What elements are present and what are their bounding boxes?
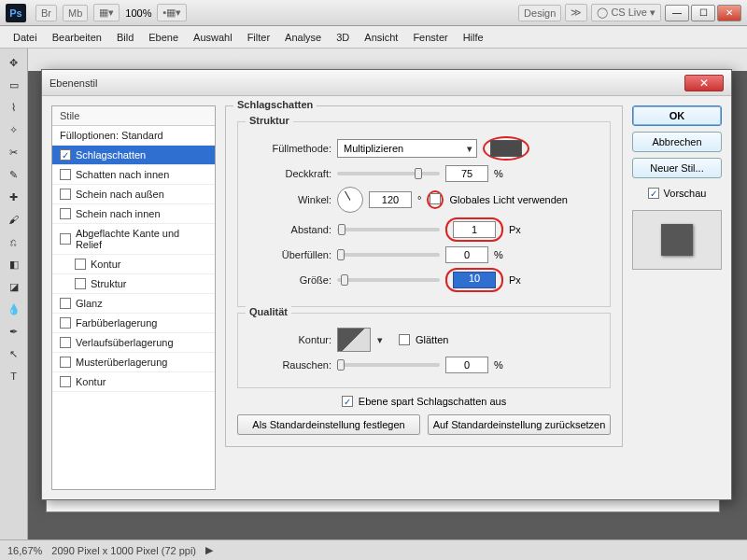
menu-item[interactable]: Bearbeiten [52,32,102,43]
menu-item[interactable]: Datei [13,32,37,43]
minibridge-button[interactable]: Mb [63,5,88,21]
stamp-tool-icon[interactable]: ⎌ [3,231,25,252]
style-row[interactable]: Kontur [52,255,215,274]
menu-item[interactable]: Ebene [148,32,178,43]
style-checkbox[interactable] [60,208,71,219]
style-row[interactable]: Musterüberlagerung [52,353,215,372]
style-row[interactable]: Struktur [52,274,215,294]
antialias-label: Glätten [416,334,448,345]
maximize-button[interactable]: ☐ [691,5,715,21]
dialog-close-button[interactable]: ✕ [684,75,724,91]
dialog-titlebar[interactable]: Ebenenstil ✕ [42,70,731,96]
menu-item[interactable]: Analyse [285,32,321,43]
make-default-button[interactable]: Als Standardeinstellung festlegen [237,414,420,435]
status-arrow-icon[interactable]: ▶ [205,544,213,556]
pct-unit: % [494,359,503,371]
style-checkbox[interactable] [60,233,71,245]
size-input[interactable]: 10 [453,272,496,288]
angle-label: Winkel: [249,194,331,205]
style-label: Farbüberlagerung [76,317,157,329]
style-row[interactable]: Schlagschatten [52,146,215,165]
style-row[interactable]: Farbüberlagerung [52,314,215,333]
style-checkbox[interactable] [60,357,71,368]
opacity-slider[interactable] [337,172,440,175]
distance-slider[interactable] [337,228,440,231]
menu-item[interactable]: Filter [247,32,270,43]
style-checkbox[interactable] [60,317,71,329]
cslive-button[interactable]: ◯ CS Live ▾ [591,4,661,21]
style-checkbox[interactable] [60,337,71,348]
pen-tool-icon[interactable]: ✒ [3,321,25,342]
tools-panel: ✥ ▭ ⌇ ✧ ✂ ✎ ✚ 🖌 ⎌ ◧ ◪ 💧 ✒ ↖ T [0,49,28,539]
blur-tool-icon[interactable]: 💧 [3,299,25,319]
style-row[interactable]: Schatten nach innen [52,165,215,185]
type-tool-icon[interactable]: T [3,366,25,386]
spread-label: Überfüllen: [249,249,331,260]
reset-default-button[interactable]: Auf Standardeinstellung zurücksetzen [428,414,611,435]
style-label: Abgeflachte Kante und Relief [76,228,207,250]
blend-mode-select[interactable]: Multiplizieren [337,139,477,158]
menu-item[interactable]: Ansicht [364,32,398,43]
move-tool-icon[interactable]: ✥ [3,52,25,73]
style-row[interactable]: Glanz [52,294,215,314]
size-slider[interactable] [337,278,440,282]
toolbar-extra[interactable]: ▪▦▾ [157,4,187,21]
style-checkbox[interactable] [60,298,71,309]
global-light-checkbox[interactable] [430,193,441,204]
noise-slider[interactable] [337,363,440,367]
new-style-button[interactable]: Neuer Stil... [632,158,722,178]
crop-tool-icon[interactable]: ✂ [3,142,25,162]
antialias-checkbox[interactable] [399,334,410,345]
menu-item[interactable]: Bild [117,32,134,43]
heal-tool-icon[interactable]: ✚ [3,187,25,207]
spread-input[interactable] [445,246,488,263]
contour-picker[interactable] [337,328,371,352]
angle-input[interactable] [369,191,412,208]
style-row[interactable]: Abgeflachte Kante und Relief [52,224,215,255]
view-mode-button[interactable]: ▦▾ [93,4,120,21]
bridge-button[interactable]: Br [35,5,57,21]
spread-slider[interactable] [337,253,440,257]
workspace-design[interactable]: Design [518,5,561,21]
style-checkbox[interactable] [60,189,71,200]
style-checkbox[interactable] [60,376,71,387]
eyedropper-tool-icon[interactable]: ✎ [3,164,25,185]
style-checkbox[interactable] [60,149,71,161]
style-checkbox[interactable] [75,259,86,270]
menu-item[interactable]: 3D [336,32,349,43]
style-label: Kontur [91,259,120,270]
eraser-tool-icon[interactable]: ◧ [3,254,25,274]
style-row[interactable]: Verlaufsüberlagerung [52,333,215,353]
menu-item[interactable]: Auswahl [193,32,233,43]
wand-tool-icon[interactable]: ✧ [3,119,25,140]
minimize-button[interactable]: — [665,5,689,21]
workspace-expand[interactable]: ≫ [565,4,587,21]
style-row[interactable]: Fülloptionen: Standard [52,126,215,146]
preview-checkbox[interactable] [648,188,659,199]
style-checkbox[interactable] [75,278,86,289]
close-button[interactable]: ✕ [717,5,741,21]
style-checkbox[interactable] [60,169,71,180]
contour-label: Kontur: [249,334,331,345]
cancel-button[interactable]: Abbrechen [632,132,722,152]
deg-unit: ° [417,194,421,205]
opacity-input[interactable] [445,165,488,182]
settings-panel: Schlagschatten Struktur Füllmethode: Mul… [225,105,623,490]
knockout-checkbox[interactable] [342,396,353,407]
path-tool-icon[interactable]: ↖ [3,343,25,364]
style-row[interactable]: Kontur [52,372,215,392]
shadow-color-swatch[interactable] [490,140,522,157]
gradient-tool-icon[interactable]: ◪ [3,276,25,297]
menu-item[interactable]: Fenster [413,32,447,43]
style-row[interactable]: Schein nach innen [52,204,215,224]
noise-input[interactable] [445,357,488,373]
ok-button[interactable]: OK [632,105,722,126]
brush-tool-icon[interactable]: 🖌 [3,209,25,230]
marquee-tool-icon[interactable]: ▭ [3,75,25,95]
menu-item[interactable]: Hilfe [463,32,484,43]
lasso-tool-icon[interactable]: ⌇ [3,97,25,118]
angle-dial[interactable] [337,187,363,213]
distance-input[interactable] [453,221,496,238]
style-row[interactable]: Schein nach außen [52,185,215,204]
quality-title: Qualität [246,306,291,317]
